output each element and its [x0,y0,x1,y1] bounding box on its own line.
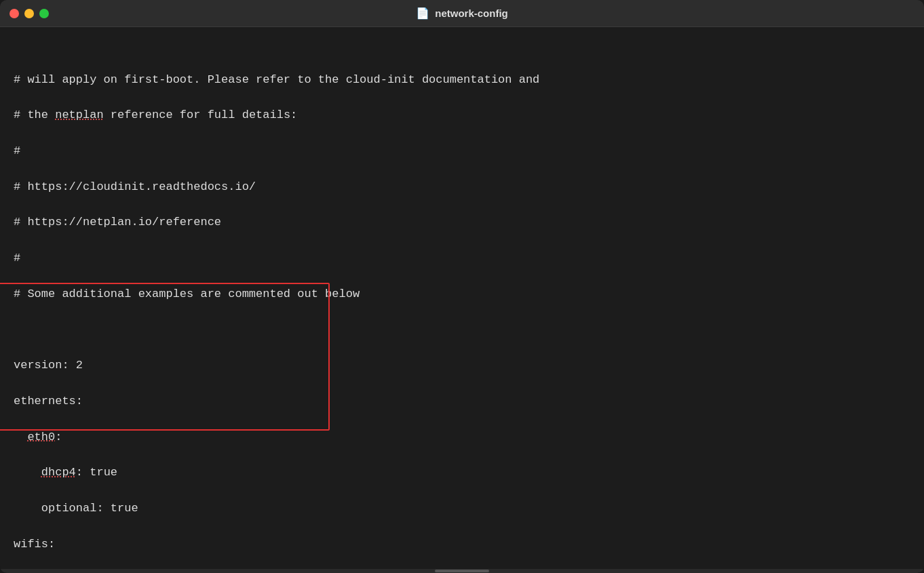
close-button[interactable] [9,9,19,18]
code-editor[interactable]: # will apply on first-boot. Please refer… [14,35,910,569]
line-5: # https://netplan.io/reference [14,214,910,231]
minimize-button[interactable] [24,9,34,18]
line-12: dhcp4: true [14,464,910,481]
line-11: eth0: [14,429,910,446]
window-title: network-config [435,7,508,19]
titlebar: 📄 network-config [0,0,924,27]
line-13: optional: true [14,500,910,517]
line-10: ethernets: [14,393,910,410]
line-1: # will apply on first-boot. Please refer… [14,71,910,89]
line-6: # [14,250,910,267]
line-4: # https://cloudinit.readthedocs.io/ [14,178,910,196]
line-wifis: wifis: [14,536,910,553]
maximize-button[interactable] [39,9,49,18]
file-icon: 📄 [416,7,429,20]
line-3: # [14,142,910,160]
bottom-bar [0,569,924,573]
line-7: # Some additional examples are commented… [14,285,910,303]
line-9: version: 2 [14,357,910,374]
scroll-indicator [435,570,489,572]
content-area[interactable]: # will apply on first-boot. Please refer… [0,27,924,569]
window: 📄 network-config # will apply on first-b… [0,0,924,573]
line-8 [14,321,910,339]
title-area: 📄 network-config [416,7,508,20]
line-2: # the netplan reference for full details… [14,106,910,124]
traffic-lights [9,9,49,18]
